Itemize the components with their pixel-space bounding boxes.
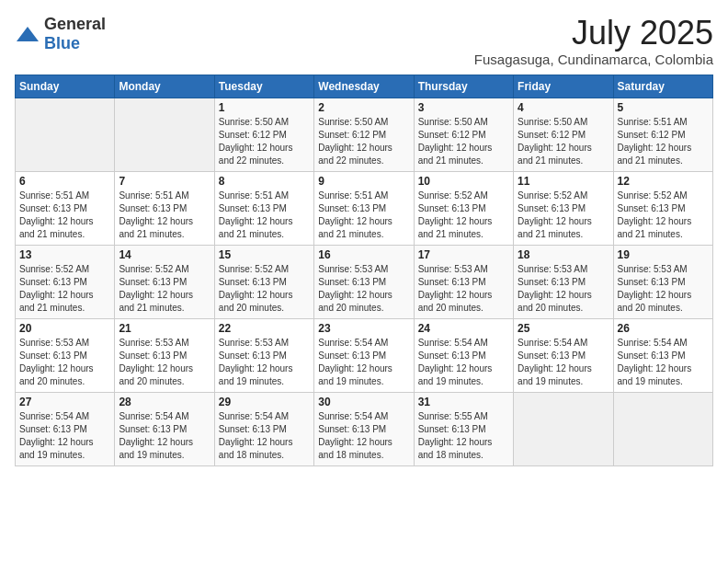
calendar-cell: 15Sunrise: 5:52 AMSunset: 6:13 PMDayligh… (214, 245, 313, 318)
day-number: 4 (518, 101, 609, 114)
day-number: 8 (219, 175, 310, 188)
day-number: 24 (418, 322, 509, 335)
calendar-cell: 7Sunrise: 5:51 AMSunset: 6:13 PMDaylight… (115, 171, 214, 245)
day-number: 31 (418, 396, 509, 408)
day-number: 18 (518, 248, 609, 261)
calendar-cell: 2Sunrise: 5:50 AMSunset: 6:12 PMDaylight… (314, 98, 414, 171)
calendar-week-row: 6Sunrise: 5:51 AMSunset: 6:13 PMDaylight… (16, 171, 713, 245)
calendar-cell (115, 98, 214, 171)
weekday-header: Monday (115, 75, 214, 98)
day-info: Sunrise: 5:54 AMSunset: 6:13 PMDaylight:… (618, 337, 709, 388)
day-info: Sunrise: 5:54 AMSunset: 6:13 PMDaylight:… (219, 410, 310, 462)
calendar-cell: 31Sunrise: 5:55 AMSunset: 6:13 PMDayligh… (414, 392, 513, 465)
day-info: Sunrise: 5:51 AMSunset: 6:13 PMDaylight:… (219, 190, 310, 241)
day-info: Sunrise: 5:51 AMSunset: 6:13 PMDaylight:… (19, 190, 110, 241)
day-info: Sunrise: 5:50 AMSunset: 6:12 PMDaylight:… (518, 116, 609, 167)
title-area: July 2025 Fusagasuga, Cundinamarca, Colo… (474, 15, 713, 67)
calendar-cell: 8Sunrise: 5:51 AMSunset: 6:13 PMDaylight… (214, 171, 313, 245)
logo-text: General Blue (44, 15, 106, 53)
calendar-cell: 17Sunrise: 5:53 AMSunset: 6:13 PMDayligh… (414, 245, 513, 318)
day-number: 16 (318, 248, 409, 261)
day-number: 12 (618, 175, 709, 188)
day-info: Sunrise: 5:53 AMSunset: 6:13 PMDaylight:… (19, 337, 110, 388)
day-info: Sunrise: 5:55 AMSunset: 6:13 PMDaylight:… (418, 410, 509, 462)
day-number: 28 (119, 396, 210, 408)
calendar-cell: 16Sunrise: 5:53 AMSunset: 6:13 PMDayligh… (314, 245, 414, 318)
calendar-cell: 27Sunrise: 5:54 AMSunset: 6:13 PMDayligh… (16, 392, 115, 465)
day-info: Sunrise: 5:54 AMSunset: 6:13 PMDaylight:… (418, 337, 509, 388)
day-info: Sunrise: 5:53 AMSunset: 6:13 PMDaylight:… (518, 263, 609, 315)
calendar-cell (16, 98, 115, 171)
calendar-cell: 21Sunrise: 5:53 AMSunset: 6:13 PMDayligh… (115, 318, 214, 392)
calendar-cell: 3Sunrise: 5:50 AMSunset: 6:12 PMDaylight… (414, 98, 513, 171)
day-info: Sunrise: 5:50 AMSunset: 6:12 PMDaylight:… (318, 116, 409, 167)
calendar-cell: 20Sunrise: 5:53 AMSunset: 6:13 PMDayligh… (16, 318, 115, 392)
weekday-header: Thursday (414, 75, 513, 98)
calendar-week-row: 1Sunrise: 5:50 AMSunset: 6:12 PMDaylight… (16, 98, 713, 171)
main-title: July 2025 (474, 15, 713, 52)
calendar-week-row: 20Sunrise: 5:53 AMSunset: 6:13 PMDayligh… (16, 318, 713, 392)
svg-marker-0 (17, 27, 39, 41)
weekday-header: Tuesday (214, 75, 313, 98)
calendar-cell: 14Sunrise: 5:52 AMSunset: 6:13 PMDayligh… (115, 245, 214, 318)
calendar-cell: 19Sunrise: 5:53 AMSunset: 6:13 PMDayligh… (613, 245, 712, 318)
calendar-cell (613, 392, 712, 465)
calendar-week-row: 13Sunrise: 5:52 AMSunset: 6:13 PMDayligh… (16, 245, 713, 318)
calendar-cell: 30Sunrise: 5:54 AMSunset: 6:13 PMDayligh… (314, 392, 414, 465)
weekday-header: Friday (514, 75, 613, 98)
calendar-cell: 5Sunrise: 5:51 AMSunset: 6:12 PMDaylight… (613, 98, 712, 171)
day-number: 22 (219, 322, 310, 335)
day-number: 6 (19, 175, 110, 188)
day-info: Sunrise: 5:53 AMSunset: 6:13 PMDaylight:… (219, 337, 310, 388)
day-number: 17 (418, 248, 509, 261)
day-number: 13 (19, 248, 110, 261)
calendar-cell: 18Sunrise: 5:53 AMSunset: 6:13 PMDayligh… (514, 245, 613, 318)
day-info: Sunrise: 5:51 AMSunset: 6:12 PMDaylight:… (618, 116, 709, 167)
day-info: Sunrise: 5:51 AMSunset: 6:13 PMDaylight:… (119, 190, 210, 241)
logo-icon (15, 25, 40, 43)
day-info: Sunrise: 5:54 AMSunset: 6:13 PMDaylight:… (318, 410, 409, 462)
day-number: 15 (219, 248, 310, 261)
day-info: Sunrise: 5:54 AMSunset: 6:13 PMDaylight:… (19, 410, 110, 462)
calendar-week-row: 27Sunrise: 5:54 AMSunset: 6:13 PMDayligh… (16, 392, 713, 465)
day-info: Sunrise: 5:52 AMSunset: 6:13 PMDaylight:… (19, 263, 110, 315)
calendar-cell: 13Sunrise: 5:52 AMSunset: 6:13 PMDayligh… (16, 245, 115, 318)
day-number: 1 (219, 101, 310, 114)
day-info: Sunrise: 5:52 AMSunset: 6:13 PMDaylight:… (518, 190, 609, 241)
day-info: Sunrise: 5:50 AMSunset: 6:12 PMDaylight:… (418, 116, 509, 167)
calendar-cell: 29Sunrise: 5:54 AMSunset: 6:13 PMDayligh… (214, 392, 313, 465)
day-number: 26 (618, 322, 709, 335)
day-info: Sunrise: 5:53 AMSunset: 6:13 PMDaylight:… (119, 337, 210, 388)
calendar-table: SundayMondayTuesdayWednesdayThursdayFrid… (15, 75, 713, 466)
day-info: Sunrise: 5:53 AMSunset: 6:13 PMDaylight:… (318, 263, 409, 315)
day-info: Sunrise: 5:52 AMSunset: 6:13 PMDaylight:… (418, 190, 509, 241)
logo-blue: Blue (44, 34, 80, 52)
calendar-cell: 28Sunrise: 5:54 AMSunset: 6:13 PMDayligh… (115, 392, 214, 465)
weekday-header: Wednesday (314, 75, 414, 98)
subtitle: Fusagasuga, Cundinamarca, Colombia (474, 52, 713, 67)
day-number: 11 (518, 175, 609, 188)
day-number: 21 (119, 322, 210, 335)
calendar-cell: 12Sunrise: 5:52 AMSunset: 6:13 PMDayligh… (613, 171, 712, 245)
calendar-cell: 6Sunrise: 5:51 AMSunset: 6:13 PMDaylight… (16, 171, 115, 245)
calendar-cell: 25Sunrise: 5:54 AMSunset: 6:13 PMDayligh… (514, 318, 613, 392)
day-info: Sunrise: 5:53 AMSunset: 6:13 PMDaylight:… (618, 263, 709, 315)
calendar-cell: 1Sunrise: 5:50 AMSunset: 6:12 PMDaylight… (214, 98, 313, 171)
calendar-cell: 4Sunrise: 5:50 AMSunset: 6:12 PMDaylight… (514, 98, 613, 171)
weekday-header-row: SundayMondayTuesdayWednesdayThursdayFrid… (16, 75, 713, 98)
calendar-cell: 11Sunrise: 5:52 AMSunset: 6:13 PMDayligh… (514, 171, 613, 245)
day-number: 27 (19, 396, 110, 408)
day-number: 10 (418, 175, 509, 188)
day-number: 25 (518, 322, 609, 335)
weekday-header: Sunday (16, 75, 115, 98)
day-number: 14 (119, 248, 210, 261)
calendar-cell: 23Sunrise: 5:54 AMSunset: 6:13 PMDayligh… (314, 318, 414, 392)
day-number: 20 (19, 322, 110, 335)
day-info: Sunrise: 5:53 AMSunset: 6:13 PMDaylight:… (418, 263, 509, 315)
day-number: 9 (318, 175, 409, 188)
weekday-header: Saturday (613, 75, 712, 98)
day-info: Sunrise: 5:54 AMSunset: 6:13 PMDaylight:… (119, 410, 210, 462)
calendar-cell: 10Sunrise: 5:52 AMSunset: 6:13 PMDayligh… (414, 171, 513, 245)
day-number: 3 (418, 101, 509, 114)
day-number: 7 (119, 175, 210, 188)
